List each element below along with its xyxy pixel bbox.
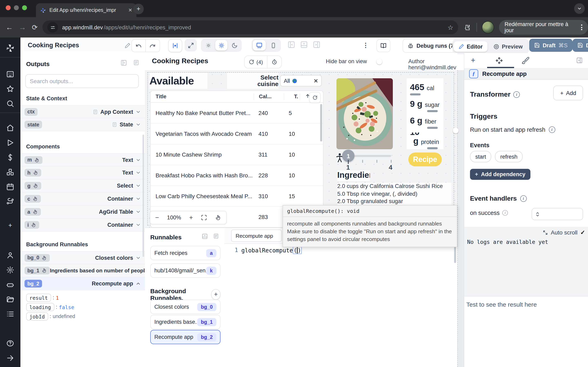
auto-scroll-label[interactable]: Auto scroll	[551, 229, 578, 236]
edit-title-pencil-icon[interactable]	[125, 42, 131, 48]
rail-runs-icon[interactable]	[0, 139, 20, 147]
bg-runnable-closest-colors[interactable]: Closest colorsbg_0	[150, 300, 221, 314]
bg-runnable-ingredients[interactable]: Ingredients base...bg_1	[150, 315, 221, 329]
table-row[interactable]: 10 Minute Cashew Shrimp31110	[151, 144, 323, 165]
site-info-icon[interactable]	[48, 22, 58, 33]
output-row-i[interactable]: i Container	[20, 218, 145, 232]
rail-collapse-icon[interactable]	[0, 354, 20, 362]
pan-hand-icon[interactable]	[215, 215, 221, 221]
more-menu-icon[interactable]: ⋮	[363, 42, 369, 49]
outputs-scrollbar[interactable]	[143, 134, 144, 257]
toggle-bottom-panel-icon[interactable]	[300, 41, 308, 49]
search-outputs-input[interactable]	[25, 74, 139, 88]
recipe-button[interactable]: Recipe	[408, 152, 442, 166]
tab-editor[interactable]: Editor	[454, 41, 488, 52]
output-row-h[interactable]: h Text	[20, 166, 145, 179]
rail-favorites-icon[interactable]	[0, 85, 20, 93]
chrome-update-button[interactable]: Redémarrer pour mettre à jour	[499, 20, 588, 35]
tab-preview[interactable]: Preview	[488, 41, 527, 52]
forward-icon[interactable]: →	[19, 23, 26, 32]
output-row-g[interactable]: g Select	[20, 179, 145, 192]
add-transformer-button[interactable]: +Add	[553, 86, 583, 100]
zoom-in-icon[interactable]: +	[189, 214, 193, 221]
transformer-info-icon[interactable]: i	[513, 91, 520, 98]
app-refresh-button[interactable]: (4)	[245, 56, 267, 68]
rail-apps-icon[interactable]	[0, 70, 20, 78]
rail-search-icon[interactable]	[0, 100, 20, 108]
tab-close-icon[interactable]: ✕	[128, 7, 132, 13]
fullscreen-button[interactable]	[185, 39, 197, 51]
settings-tab-icon[interactable]	[495, 57, 503, 64]
rail-help-icon[interactable]	[0, 339, 20, 347]
on-success-info-icon[interactable]: i	[502, 210, 508, 216]
undo-button[interactable]	[132, 40, 145, 52]
collapse-bottom-icon[interactable]	[202, 233, 208, 239]
event-chip-refresh[interactable]: refresh	[495, 151, 523, 162]
table-row[interactable]: Healthy No Bake Peanut Butter Pret...240…	[151, 103, 323, 124]
tab-search-icon[interactable]	[574, 3, 585, 14]
table-scrollbar[interactable]	[320, 104, 322, 142]
rail-workers-icon[interactable]	[0, 281, 20, 289]
collapse-panel-icon[interactable]	[121, 59, 127, 66]
rail-users-icon[interactable]	[0, 251, 20, 259]
window-minimize-button[interactable]	[14, 5, 19, 10]
bookmark-star-icon[interactable]: ☆	[448, 24, 453, 31]
rail-resources-icon[interactable]	[0, 168, 20, 176]
profile-avatar[interactable]	[482, 21, 494, 33]
event-handlers-info-icon[interactable]: i	[520, 195, 527, 202]
rail-logs-icon[interactable]	[0, 310, 20, 318]
col-title[interactable]: Title	[151, 93, 254, 100]
app-canvas[interactable]: Available Selectcuisine All ✕ Title Cal.…	[145, 70, 457, 227]
doc-icon[interactable]	[213, 233, 219, 239]
docs-book-icon[interactable]	[376, 39, 390, 52]
styling-tab-icon[interactable]	[521, 56, 530, 64]
back-icon[interactable]: ←	[6, 23, 13, 32]
editor-tab[interactable]: Recompute app	[231, 230, 282, 242]
window-zoom-button[interactable]	[22, 5, 27, 10]
theme-auto-icon[interactable]	[202, 40, 214, 50]
reload-icon[interactable]: ⟳	[32, 23, 38, 32]
rail-folders-icon[interactable]	[0, 295, 20, 303]
insert-component-tab[interactable]: +	[471, 56, 475, 64]
cuisine-select[interactable]: All ✕	[280, 75, 322, 86]
new-tab-button[interactable]: +	[133, 4, 144, 14]
table-row[interactable]: Vegetarian Tacos with Avocado Cream41010	[151, 124, 323, 144]
col-calories[interactable]: Cal...	[254, 93, 284, 100]
windmill-logo-icon[interactable]	[0, 43, 20, 53]
panel-resizer[interactable]	[457, 70, 464, 367]
on-success-select[interactable]	[532, 208, 583, 220]
window-close-button[interactable]	[6, 5, 11, 10]
code-line[interactable]: globalRecompute()	[241, 247, 302, 254]
browser-tab[interactable]: Edit App u/henri/recipes_impr ✕	[36, 3, 136, 17]
runnable-fetch-recipes[interactable]: Fetch recipesa	[150, 246, 221, 260]
redo-button[interactable]	[146, 40, 159, 52]
runnable-hub-script[interactable]: hub/1408/gmail/_sen...k	[150, 263, 221, 278]
rail-variables-icon[interactable]	[0, 153, 20, 161]
collapse-right-panel-icon[interactable]	[576, 57, 583, 64]
output-row-m[interactable]: m Text	[20, 153, 145, 166]
add-dependency-button[interactable]: +Add dependency	[470, 169, 530, 180]
add-background-runnable-button[interactable]: +	[211, 289, 221, 300]
zoom-out-icon[interactable]: −	[155, 214, 159, 221]
event-chip-start[interactable]: start	[470, 151, 492, 162]
doc-panel-icon[interactable]	[133, 59, 139, 66]
draft-button[interactable]: Draft ⌘S	[529, 39, 572, 52]
output-row-ctx[interactable]: ctx App Context	[20, 105, 145, 118]
toggle-right-panel-icon[interactable]	[313, 41, 320, 49]
rail-schedules-icon[interactable]	[0, 183, 20, 191]
toggle-left-panel-icon[interactable]	[287, 41, 295, 49]
bg-runnable-recompute-app[interactable]: Recompute appbg_2	[150, 330, 221, 344]
theme-dark-icon[interactable]	[228, 40, 241, 50]
rail-settings-icon[interactable]	[0, 266, 20, 274]
deploy-button[interactable]: Deploy	[572, 39, 588, 52]
theme-light-icon[interactable]	[215, 40, 227, 50]
chrome-menu-icon[interactable]	[581, 25, 582, 30]
expand-logs-icon[interactable]	[543, 230, 548, 235]
app-title-field[interactable]: Cooking Recipes	[24, 39, 135, 51]
rail-home-icon[interactable]	[0, 124, 20, 132]
run-on-start-info-icon[interactable]: i	[549, 126, 555, 133]
center-layout-button[interactable]	[168, 39, 182, 52]
clear-select-icon[interactable]: ✕	[314, 78, 318, 84]
output-row-state[interactable]: state State	[20, 118, 145, 131]
output-row-bg1[interactable]: bg_1 Ingredients based on number of peop…	[20, 264, 145, 277]
